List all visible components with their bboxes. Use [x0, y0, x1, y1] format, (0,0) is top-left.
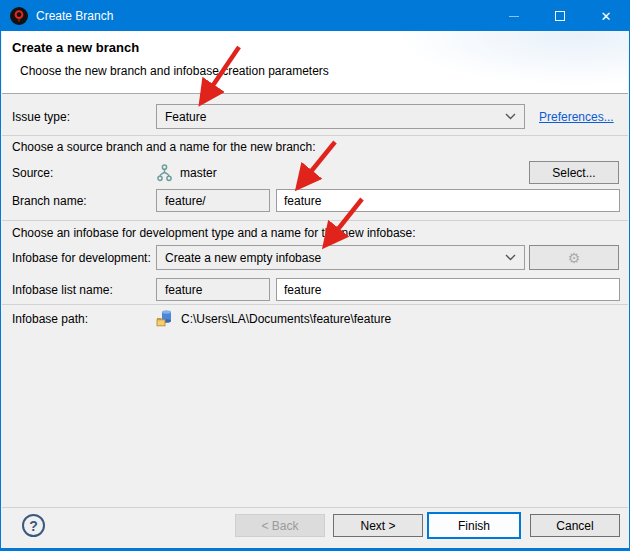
infobase-list-prefix: feature	[165, 283, 202, 297]
window-title: Create Branch	[36, 9, 113, 23]
close-button[interactable]: ✕	[583, 1, 629, 31]
dialog-content: Issue type: Feature Preferences... Choos…	[2, 95, 628, 545]
next-button[interactable]: Next >	[333, 514, 423, 537]
branch-name-row: Branch name: feature/	[2, 189, 628, 212]
issue-type-label: Issue type:	[12, 110, 70, 124]
source-value-group: master	[156, 164, 217, 182]
chevron-down-icon	[505, 254, 516, 261]
page-title: Create a new branch	[12, 40, 139, 55]
branch-name-prefix: feature/	[165, 194, 206, 208]
window-controls: ✕	[491, 1, 629, 31]
infobase-path-label: Infobase path:	[12, 312, 88, 326]
infobase-section-label: Choose an infobase for development type …	[12, 226, 416, 240]
infobase-development-combo[interactable]: Create a new empty infobase	[156, 245, 525, 270]
cancel-button[interactable]: Cancel	[530, 514, 620, 537]
infobase-list-name-label: Infobase list name:	[12, 283, 113, 297]
infobase-development-row: Infobase for development: Create a new e…	[2, 245, 628, 270]
separator	[2, 135, 628, 136]
app-icon	[10, 7, 28, 25]
maximize-button[interactable]	[537, 1, 583, 31]
infobase-list-name-input[interactable]	[276, 278, 620, 301]
infobase-list-name-row: Infobase list name: feature	[2, 278, 628, 301]
title-bar: Create Branch ✕	[1, 1, 629, 31]
preferences-link[interactable]: Preferences...	[539, 110, 614, 124]
source-section-label: Choose a source branch and a name for th…	[12, 140, 316, 154]
infobase-development-value: Create a new empty infobase	[165, 251, 321, 265]
infobase-settings-button[interactable]: ⚙	[529, 245, 619, 270]
dialog-header: Create a new branch Choose the new branc…	[2, 31, 628, 94]
branch-name-input[interactable]	[276, 189, 620, 212]
help-button[interactable]: ?	[22, 514, 45, 537]
issue-type-combo[interactable]: Feature	[156, 104, 525, 129]
separator	[2, 304, 628, 305]
separator	[2, 507, 628, 508]
issue-type-row: Issue type: Feature Preferences...	[2, 104, 628, 129]
minimize-button[interactable]	[491, 1, 537, 31]
branch-name-prefix-field: feature/	[156, 189, 270, 212]
infobase-path-group: C:\Users\LA\Documents\feature\feature	[156, 309, 391, 330]
back-button: < Back	[235, 514, 325, 537]
gear-icon: ⚙	[568, 250, 581, 266]
help-icon: ?	[29, 518, 38, 534]
infobase-list-prefix-field: feature	[156, 278, 270, 301]
separator	[2, 220, 628, 221]
infobase-path-row: Infobase path: C:\Users\LA\Documents\fea…	[2, 309, 628, 329]
source-label: Source:	[12, 166, 53, 180]
create-branch-dialog: Create Branch ✕ Create a new branch Choo…	[0, 0, 630, 551]
source-row: Source: master Select...	[2, 161, 628, 185]
maximize-icon	[555, 11, 565, 21]
close-icon: ✕	[601, 9, 612, 24]
chevron-down-icon	[505, 113, 516, 120]
issue-type-value: Feature	[165, 110, 206, 124]
branch-name-label: Branch name:	[12, 194, 87, 208]
infobase-development-label: Infobase for development:	[12, 251, 151, 265]
infobase-icon	[156, 309, 173, 330]
select-button[interactable]: Select...	[529, 161, 619, 184]
source-branch-name: master	[180, 166, 217, 180]
finish-button[interactable]: Finish	[427, 512, 521, 539]
page-subtitle: Choose the new branch and infobase creat…	[20, 64, 329, 78]
minimize-icon	[509, 16, 519, 17]
branch-icon	[156, 164, 173, 182]
infobase-path-value: C:\Users\LA\Documents\feature\feature	[181, 312, 391, 326]
